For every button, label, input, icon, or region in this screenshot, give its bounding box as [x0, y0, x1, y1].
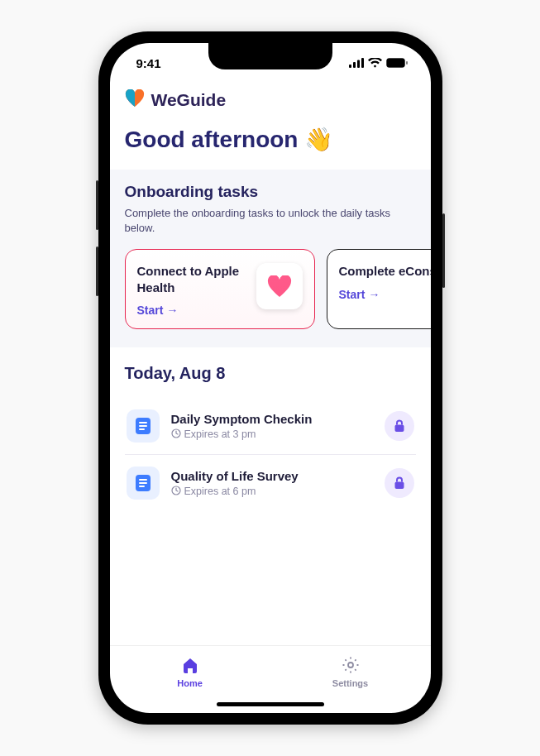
- greeting-text: Good afternoon: [125, 127, 299, 153]
- arrow-right-icon: →: [166, 304, 178, 317]
- today-title: Today, Aug 8: [125, 364, 416, 383]
- clock-icon: [171, 428, 181, 441]
- task-row[interactable]: Quality of Life Survey Expires at 6 pm: [125, 454, 416, 511]
- lock-icon: [394, 476, 405, 490]
- svg-rect-1: [353, 62, 356, 68]
- svg-rect-9: [139, 425, 147, 427]
- svg-rect-5: [388, 60, 404, 66]
- wifi-icon: [368, 56, 382, 70]
- svg-rect-0: [349, 65, 351, 68]
- svg-rect-2: [357, 60, 360, 68]
- phone-frame: 9:41: [98, 31, 442, 725]
- battery-icon: [386, 56, 408, 70]
- today-section: Today, Aug 8 Daily Symptom Checkin Expir…: [110, 347, 431, 511]
- task-title: Quality of Life Survey: [171, 469, 373, 483]
- status-time: 9:41: [136, 56, 161, 70]
- onboarding-card-econsent[interactable]: Complete eConsent Start →: [327, 249, 431, 329]
- gear-icon: [342, 656, 360, 676]
- svg-rect-12: [394, 425, 404, 433]
- notch: [208, 43, 332, 69]
- svg-point-19: [348, 663, 353, 667]
- svg-rect-3: [361, 58, 364, 68]
- apple-health-icon: [256, 263, 303, 309]
- task-title: Daily Symptom Checkin: [171, 412, 373, 426]
- tab-home[interactable]: Home: [110, 646, 270, 698]
- brand-logo-icon: [125, 89, 145, 111]
- cellular-icon: [349, 56, 364, 70]
- tab-label: Settings: [332, 678, 368, 688]
- card-start-link[interactable]: Start →: [339, 288, 431, 301]
- onboarding-card-apple-health[interactable]: Connect to Apple Health Start →: [125, 249, 315, 329]
- svg-rect-8: [139, 422, 147, 423]
- document-icon: [127, 409, 160, 443]
- svg-rect-10: [139, 428, 145, 430]
- card-title: Connect to Apple Health: [137, 263, 248, 295]
- tab-label: Home: [177, 678, 203, 688]
- arrow-right-icon: →: [368, 288, 380, 301]
- task-row[interactable]: Daily Symptom Checkin Expires at 3 pm: [125, 398, 416, 454]
- brand-name: WeGuide: [151, 90, 227, 110]
- app-header: WeGuide: [110, 83, 431, 116]
- lock-icon: [394, 419, 405, 433]
- task-expires: Expires at 3 pm: [184, 428, 256, 440]
- screen: 9:41: [110, 43, 431, 713]
- svg-rect-18: [394, 482, 404, 490]
- lock-badge: [385, 411, 414, 441]
- svg-rect-14: [139, 479, 147, 481]
- svg-rect-15: [139, 482, 147, 484]
- onboarding-title: Onboarding tasks: [125, 183, 431, 201]
- svg-rect-16: [139, 486, 145, 487]
- home-icon: [181, 656, 199, 676]
- clock-icon: [171, 486, 181, 498]
- onboarding-subtitle: Complete the onboarding tasks to unlock …: [125, 206, 431, 236]
- svg-rect-6: [406, 61, 408, 65]
- onboarding-cards[interactable]: Connect to Apple Health Start → Com: [125, 249, 431, 329]
- card-title: Complete eConsent: [339, 263, 431, 280]
- onboarding-section: Onboarding tasks Complete the onboarding…: [110, 170, 431, 347]
- wave-icon: 👋: [304, 126, 333, 153]
- greeting-heading: Good afternoon 👋: [110, 116, 431, 170]
- task-expires: Expires at 6 pm: [184, 486, 256, 497]
- tab-settings[interactable]: Settings: [270, 646, 431, 698]
- document-icon: [127, 467, 160, 500]
- lock-badge: [385, 468, 414, 498]
- card-start-link[interactable]: Start →: [137, 304, 248, 317]
- home-indicator[interactable]: [217, 702, 324, 706]
